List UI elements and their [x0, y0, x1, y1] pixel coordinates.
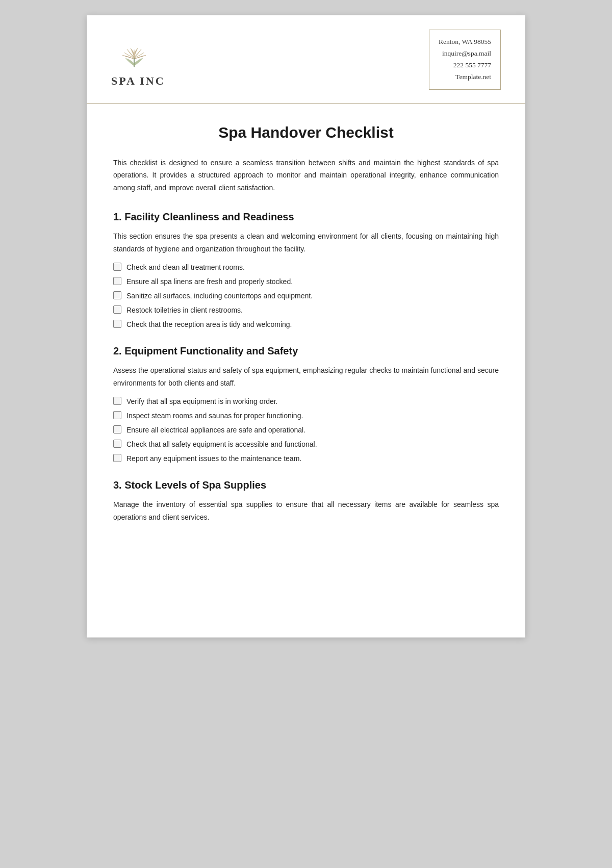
address: Renton, WA 98055: [439, 36, 491, 48]
list-item: Ensure all spa linens are fresh and prop…: [113, 276, 499, 287]
checkbox-icon[interactable]: [113, 411, 121, 419]
page: SPA INC Renton, WA 98055 inquire@spa.mai…: [87, 15, 525, 637]
document-title: Spa Handover Checklist: [113, 124, 499, 141]
logo-area: SPA INC: [111, 30, 429, 94]
list-item: Check that all safety equipment is acces…: [113, 439, 499, 450]
section-2-desc: Assess the operational status and safety…: [113, 364, 499, 389]
list-item: Check and clean all treatment rooms.: [113, 262, 499, 273]
list-item: Report any equipment issues to the maint…: [113, 453, 499, 464]
main-content: Spa Handover Checklist This checklist is…: [87, 104, 525, 555]
section-3-desc: Manage the inventory of essential spa su…: [113, 498, 499, 523]
section-2-title: 2. Equipment Functionality and Safety Eq…: [113, 345, 499, 357]
checkbox-icon[interactable]: [113, 305, 121, 314]
list-item: Sanitize all surfaces, including counter…: [113, 291, 499, 301]
contact-box: Renton, WA 98055 inquire@spa.mail 222 55…: [429, 30, 501, 90]
company-name: SPA INC: [111, 74, 165, 88]
section-1-checklist: Check and clean all treatment rooms. Ens…: [113, 262, 499, 330]
checkbox-icon[interactable]: [113, 277, 121, 285]
section-1-title: 1. Facility Cleanliness and Readiness Fa…: [113, 211, 499, 223]
checkbox-icon[interactable]: [113, 454, 121, 462]
website: Template.net: [455, 71, 491, 83]
section-1-desc: This section ensures the spa presents a …: [113, 230, 499, 255]
intro-paragraph: This checklist is designed to ensure a s…: [113, 157, 499, 194]
checkbox-icon[interactable]: [113, 397, 121, 405]
section-1: 1. Facility Cleanliness and Readiness Fa…: [113, 211, 499, 330]
list-item: Ensure all electrical appliances are saf…: [113, 425, 499, 436]
list-item: Check that the reception area is tidy an…: [113, 319, 499, 330]
section-2: 2. Equipment Functionality and Safety Eq…: [113, 345, 499, 464]
section-3: 3. Stock Levels of Spa Supplies Stock Le…: [113, 479, 499, 523]
header: SPA INC Renton, WA 98055 inquire@spa.mai…: [87, 15, 525, 104]
lotus-icon: [111, 36, 157, 71]
list-item: Inspect steam rooms and saunas for prope…: [113, 411, 499, 421]
list-item: Verify that all spa equipment is in work…: [113, 396, 499, 407]
checkbox-icon[interactable]: [113, 263, 121, 271]
email: inquire@spa.mail: [442, 48, 491, 60]
checkbox-icon[interactable]: [113, 425, 121, 433]
section-3-title: 3. Stock Levels of Spa Supplies Stock Le…: [113, 479, 499, 491]
phone: 222 555 7777: [453, 60, 491, 71]
checkbox-icon[interactable]: [113, 440, 121, 448]
checkbox-icon[interactable]: [113, 320, 121, 328]
section-2-checklist: Verify that all spa equipment is in work…: [113, 396, 499, 464]
list-item: Restock toiletries in client restrooms.: [113, 305, 499, 316]
checkbox-icon[interactable]: [113, 291, 121, 299]
